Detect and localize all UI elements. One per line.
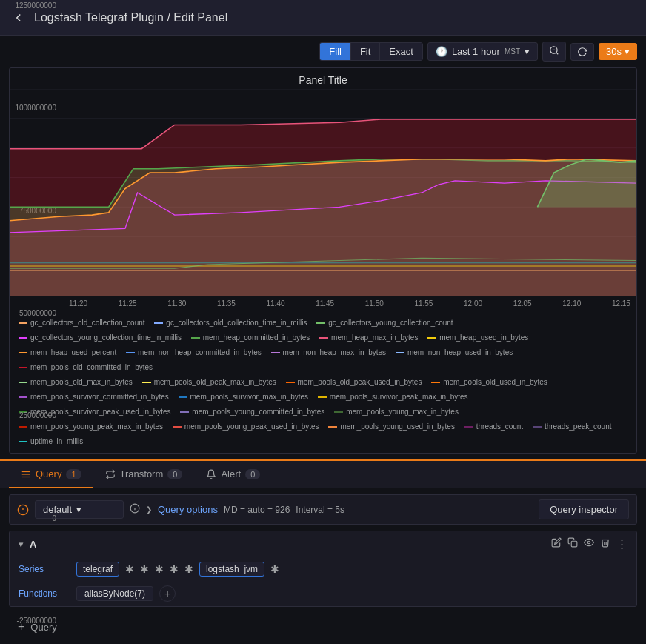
- legend-color: [173, 426, 182, 428]
- info-icon[interactable]: [130, 503, 140, 516]
- legend-color: [179, 396, 187, 398]
- time-range-label: Last 1 hour: [452, 46, 500, 57]
- function-pill[interactable]: aliasByNode(7): [76, 586, 153, 601]
- legend-item: mem_pools_old_peak_max_in_bytes: [142, 376, 276, 389]
- refresh-button[interactable]: [570, 43, 594, 61]
- legend-item: mem_pools_survivor_peak_max_in_bytes: [318, 391, 468, 404]
- query-block-header: ▾ A: [10, 531, 636, 557]
- legend-color: [142, 382, 151, 383]
- interval-label: Interval = 5s: [296, 505, 344, 515]
- add-function-button[interactable]: +: [159, 585, 176, 602]
- legend-color: [328, 426, 337, 428]
- timezone-label: MST: [505, 47, 520, 56]
- series-value-tag[interactable]: telegraf: [76, 562, 119, 577]
- legend-color: [316, 322, 325, 324]
- tabs-bar: Query 1 Transform 0 Alert 0: [0, 459, 646, 488]
- series-final-value: logstash_jvm: [206, 564, 258, 574]
- fit-button[interactable]: Fit: [351, 43, 380, 60]
- query-section: default ▾ ❯ Query options MD = auto = 92…: [0, 488, 646, 644]
- chart-title: Panel Title: [10, 68, 636, 89]
- legend-item: gc_collectors_young_collection_count: [316, 316, 453, 330]
- interval-button[interactable]: 30s ▾: [599, 43, 637, 60]
- datasource-chevron: ▾: [76, 504, 81, 515]
- legend-item: mem_heap_committed_in_bytes: [191, 331, 310, 345]
- legend-color: [191, 337, 200, 339]
- legend-color: [180, 411, 189, 413]
- legend-color: [319, 337, 328, 339]
- query-block-a: ▾ A: [9, 531, 637, 607]
- plus-icon: +: [164, 588, 170, 600]
- series-final-tag[interactable]: logstash_jvm: [199, 562, 264, 577]
- zoom-out-button[interactable]: [542, 42, 566, 62]
- legend-color: [271, 352, 280, 353]
- time-picker[interactable]: 🕐 Last 1 hour MST ▾: [427, 42, 538, 61]
- legend-item: mem_non_heap_committed_in_bytes: [126, 346, 262, 359]
- query-options-label[interactable]: Query options: [158, 504, 218, 515]
- panel-title: Logstash Telegraf Plugin / Edit Panel: [34, 11, 227, 24]
- legend-item: mem_pools_old_peak_used_in_bytes: [286, 376, 422, 389]
- legend-item: mem_heap_max_in_bytes: [319, 331, 418, 345]
- wildcard-4[interactable]: ✱: [170, 563, 179, 575]
- series-value: telegraf: [83, 564, 113, 574]
- md-label: MD = auto = 926: [224, 505, 290, 515]
- legend-item: gc_collectors_old_collection_time_in_mil…: [154, 316, 307, 330]
- legend-item: threads_count: [464, 420, 523, 434]
- more-icon[interactable]: ⋮: [616, 537, 627, 551]
- wildcard-6[interactable]: ✱: [270, 563, 279, 575]
- alert-icon: [206, 469, 216, 479]
- legend-color: [318, 396, 327, 398]
- chevron-down-icon: ▾: [525, 46, 530, 57]
- legend-color: [396, 352, 404, 353]
- wildcard-5[interactable]: ✱: [184, 563, 193, 575]
- legend-color: [334, 411, 343, 413]
- legend-color: [464, 426, 473, 428]
- tab-alert-badge: 0: [245, 469, 260, 479]
- wildcard-3[interactable]: ✱: [155, 563, 164, 575]
- wildcard-2[interactable]: ✱: [140, 563, 149, 575]
- wildcard-1[interactable]: ✱: [125, 563, 134, 575]
- fill-fit-exact-group: Fill Fit Exact: [319, 42, 423, 61]
- legend-item: threads_peak_count: [533, 420, 612, 434]
- legend-item: mem_heap_used_in_bytes: [427, 331, 528, 345]
- fill-button[interactable]: Fill: [320, 43, 351, 60]
- tab-transform[interactable]: Transform 0: [93, 461, 195, 488]
- legend-color: [431, 382, 440, 383]
- function-name: aliasByNode(7): [84, 588, 145, 599]
- duplicate-icon[interactable]: [567, 537, 578, 551]
- chevron-down-icon2: ▾: [625, 46, 630, 57]
- legend-area: gc_collectors_old_collection_count gc_co…: [10, 311, 636, 453]
- top-bar: Logstash Telegraf Plugin / Edit Panel: [0, 0, 646, 36]
- tab-transform-badge: 0: [167, 469, 182, 479]
- query-options-bar: default ▾ ❯ Query options MD = auto = 92…: [9, 494, 637, 525]
- functions-row: Functions aliasByNode(7) +: [10, 581, 636, 606]
- series-row: Series telegraf ✱ ✱ ✱ ✱ ✱ logstash_jvm ✱: [10, 557, 636, 581]
- clock-icon: 🕐: [436, 46, 447, 57]
- delete-icon[interactable]: [600, 537, 610, 551]
- chart-svg: [10, 89, 636, 296]
- visibility-icon[interactable]: [584, 537, 594, 551]
- x-axis: 11:20 11:25 11:30 11:35 11:40 11:45 11:5…: [10, 296, 636, 311]
- query-inspector-button[interactable]: Query inspector: [539, 499, 629, 519]
- exact-button[interactable]: Exact: [380, 43, 422, 60]
- tab-alert-label: Alert: [221, 468, 241, 479]
- svg-point-25: [587, 541, 590, 544]
- legend-item: mem_pools_young_peak_used_in_bytes: [173, 420, 319, 434]
- tab-transform-label: Transform: [120, 468, 164, 479]
- legend-item: mem_pools_survivor_max_in_bytes: [179, 391, 309, 404]
- transform-icon: [105, 469, 116, 479]
- legend-item: mem_pools_young_used_in_bytes: [328, 420, 455, 434]
- legend-item: mem_pools_young_committed_in_bytes: [180, 405, 324, 419]
- legend-color: [427, 337, 436, 339]
- edit-icon[interactable]: [551, 537, 562, 551]
- legend-color: [533, 426, 542, 428]
- legend-item: mem_pools_young_max_in_bytes: [334, 405, 459, 419]
- query-actions: ⋮: [551, 537, 627, 551]
- add-query-bar[interactable]: + Query: [9, 613, 637, 641]
- legend-item: mem_non_heap_max_in_bytes: [271, 346, 387, 359]
- legend-color: [286, 382, 295, 383]
- svg-rect-24: [571, 541, 577, 547]
- expand-icon: ❯: [146, 505, 152, 514]
- toolbar: Fill Fit Exact 🕐 Last 1 hour MST ▾ 30s ▾: [0, 36, 646, 67]
- legend-color: [126, 352, 135, 353]
- tab-alert[interactable]: Alert 0: [194, 461, 272, 488]
